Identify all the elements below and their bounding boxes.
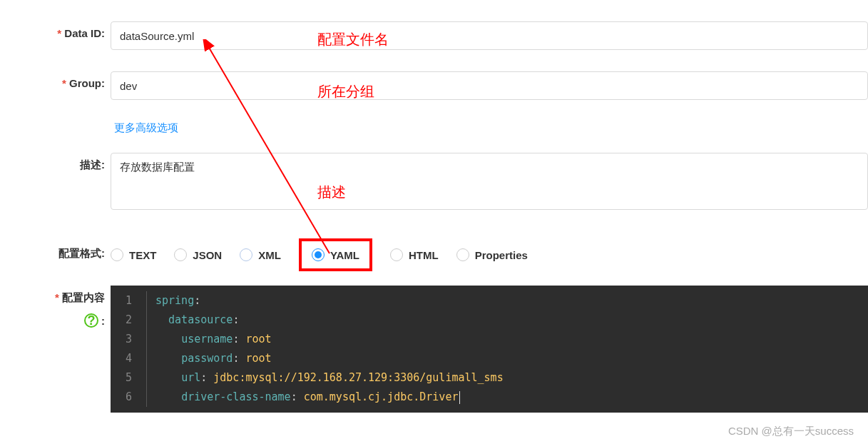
radio-label: JSON xyxy=(193,249,222,261)
radio-label: HTML xyxy=(409,249,439,261)
code-line: 6 driver-class-name: com.mysql.cj.jdbc.D… xyxy=(111,388,868,407)
radio-circle-icon xyxy=(174,248,187,261)
format-radio-group: TEXTJSONXMLYAMLHTMLProperties xyxy=(111,234,868,271)
group-input[interactable] xyxy=(111,71,868,100)
data-id-label: Data ID: xyxy=(0,21,111,39)
radio-json[interactable]: JSON xyxy=(174,248,222,261)
radio-circle-icon xyxy=(312,248,325,261)
content-label: 配置内容 xyxy=(55,291,105,303)
code-line: 4 password: root xyxy=(111,349,868,368)
more-options-link[interactable]: 更多高级选项 xyxy=(114,121,178,135)
description-label: 描述: xyxy=(0,153,111,172)
code-editor[interactable]: 1spring:2 datasource:3 username: root4 p… xyxy=(111,286,868,413)
help-icon[interactable]: ? xyxy=(84,313,98,328)
code-line: 2 datasource: xyxy=(111,311,868,330)
radio-text[interactable]: TEXT xyxy=(111,248,156,261)
watermark: CSDN @总有一天success xyxy=(728,425,854,438)
data-id-input[interactable] xyxy=(111,21,868,50)
radio-properties[interactable]: Properties xyxy=(456,248,528,261)
radio-label: YAML xyxy=(330,249,359,261)
radio-label: Properties xyxy=(475,249,528,261)
code-line: 5 url: jdbc:mysql://192.168.27.129:3306/… xyxy=(111,368,868,388)
format-label: 配置格式: xyxy=(0,246,111,261)
radio-label: TEXT xyxy=(129,249,156,261)
radio-circle-icon xyxy=(240,248,252,261)
radio-circle-icon xyxy=(456,248,469,261)
radio-yaml[interactable]: YAML xyxy=(299,238,372,271)
radio-circle-icon xyxy=(390,248,403,261)
radio-html[interactable]: HTML xyxy=(390,248,439,261)
code-line: 1spring: xyxy=(111,291,868,311)
radio-label: XML xyxy=(258,249,281,261)
group-label: Group: xyxy=(0,71,111,89)
code-line: 3 username: root xyxy=(111,330,868,349)
description-input[interactable] xyxy=(111,153,868,210)
radio-circle-icon xyxy=(111,248,123,261)
radio-xml[interactable]: XML xyxy=(240,248,281,261)
